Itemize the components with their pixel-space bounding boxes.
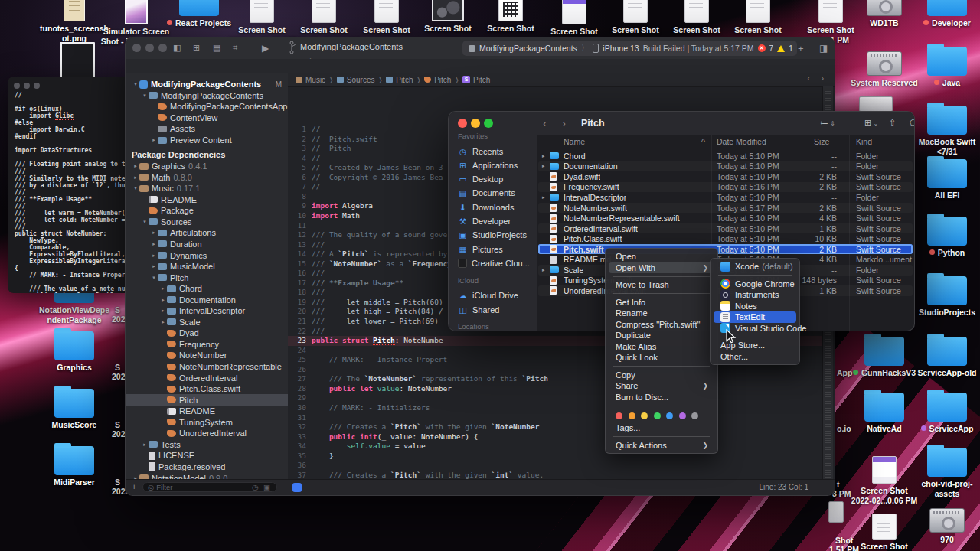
navigator-row[interactable]: LICENSE — [126, 450, 288, 461]
menu-item-xcode[interactable]: Xcode(default) — [710, 261, 799, 272]
navigator-row[interactable]: ▸Articulations — [126, 227, 288, 239]
navigator-row[interactable]: ContentView — [126, 112, 288, 124]
desktop-icon[interactable]: StudioProjects — [905, 276, 980, 318]
navigator-row[interactable]: README — [126, 406, 288, 417]
menu-item-movetotrash[interactable]: Move to Trash — [606, 279, 717, 291]
navigator-row[interactable]: ▸Tests — [126, 439, 288, 451]
menu-item-compresspitchswift[interactable]: Compress "Pitch.swift" — [606, 319, 717, 331]
navigator-row[interactable]: Assets — [126, 123, 288, 135]
warning-count[interactable]: 1 — [789, 44, 793, 53]
menu-item-quickactions[interactable]: Quick Actions❯ — [606, 440, 717, 452]
toolbar-icon[interactable]: ⊞ ⌄ — [864, 118, 878, 128]
jump-bar-item[interactable]: Music — [305, 76, 325, 84]
finder-row[interactable]: OrderedInterval.swiftToday at 5:10 PM1 K… — [538, 223, 913, 234]
navigator-row[interactable]: ▸Chord — [126, 283, 288, 295]
navigator-row[interactable]: ▸IntervalDescriptor — [126, 305, 288, 317]
desktop-icon[interactable]: Java — [905, 47, 980, 88]
column-size[interactable]: Size — [814, 137, 829, 146]
disclosure-icon[interactable]: ▸ — [542, 153, 545, 159]
finder-row[interactable]: Pitch.swiftToday at 5:10 PM2 KBSwift Sou… — [538, 244, 913, 255]
navigator-row[interactable]: ▾Music0.17.1 — [126, 183, 288, 194]
toolbar-icon[interactable]: ⬠ — [910, 118, 915, 128]
disclosure-icon[interactable]: ▸ — [150, 137, 158, 143]
menu-item-other[interactable]: Other... — [710, 351, 799, 363]
disclosure-icon[interactable]: ▸ — [150, 241, 158, 247]
desktop-icon[interactable]: 970 — [905, 508, 980, 545]
editor-layout-icon[interactable]: ◨ — [819, 43, 828, 54]
desktop-icon[interactable]: MacBook Swift<7/31 — [905, 106, 980, 156]
minimize-icon[interactable] — [145, 44, 154, 52]
jump-bar[interactable]: Music❭Sources❭Pitch❭Pitch❭SPitch — [288, 73, 835, 87]
filter-field[interactable]: ◎ Filter ◷ ▣ — [142, 482, 277, 492]
menu-item-openwith[interactable]: Open With❯ — [609, 262, 714, 274]
tag-color-dot[interactable] — [629, 412, 635, 419]
navigator-row[interactable]: README — [126, 194, 288, 206]
navigator-row[interactable]: ▸Math0.8.0 — [126, 171, 288, 183]
desktop-icon[interactable]: choi-vid-proj-assets — [905, 448, 980, 498]
navigator-row[interactable]: ▸Scale — [126, 317, 288, 328]
navigator-row[interactable]: Frequency — [126, 339, 288, 350]
menu-item-open[interactable]: Open — [606, 251, 717, 262]
navigator-row[interactable]: Dyad — [126, 328, 288, 339]
navigator-row[interactable]: ▾ModifyingPackageContentsM — [126, 79, 288, 90]
disclosure-icon[interactable]: ▸ — [150, 230, 158, 236]
disclosure-icon[interactable]: ▸ — [159, 285, 167, 292]
disclosure-icon[interactable]: ▸ — [159, 308, 167, 314]
sidebar-item-applications[interactable]: ⊞Applications — [449, 158, 537, 171]
desktop-icon[interactable]: ServiceApp-old — [905, 337, 980, 378]
desktop-icon[interactable]: Screen Shot — [716, 0, 800, 35]
toolbar-icon[interactable]: ⇧ — [889, 118, 896, 128]
disclosure-icon[interactable]: ▸ — [542, 163, 545, 169]
finder-row[interactable]: Frequency.swiftToday at 5:16 PM2 KBSwift… — [538, 182, 913, 193]
finder-row[interactable]: ▸IntervalDescriptorToday at 5:10 PM--Fol… — [538, 192, 913, 203]
menu-item-share[interactable]: Share❯ — [606, 380, 717, 392]
menu-item-textedit[interactable]: TextEdit — [714, 311, 796, 323]
menu-item-notes[interactable]: Notes — [710, 301, 799, 312]
toolbar-icon[interactable]: ⊞ — [193, 43, 200, 53]
close-icon[interactable] — [458, 119, 467, 128]
toolbar-icon[interactable]: ⌗ — [233, 43, 237, 53]
column-kind[interactable]: Kind — [856, 137, 872, 146]
navigator-row[interactable]: NoteNumberRepresentable — [126, 361, 288, 373]
sidebar-item-shared[interactable]: ◫Shared — [449, 303, 537, 316]
sidebar-item-desktop[interactable]: ▭Desktop — [449, 173, 537, 186]
menu-item-tags[interactable]: Tags... — [606, 422, 717, 434]
tag-color-dot[interactable] — [654, 412, 661, 419]
desktop-icon[interactable]: MidiParser — [32, 446, 116, 487]
navigator-row[interactable]: ▾Sources — [126, 217, 288, 228]
sidebar-item-recents[interactable]: ◷Recents — [449, 145, 537, 158]
error-badge-icon[interactable]: ✕ — [758, 44, 766, 52]
tag-color-dot[interactable] — [616, 412, 622, 419]
desktop-icon[interactable]: Python — [905, 217, 980, 258]
menu-item-burntodisc[interactable]: Burn to Disc... — [606, 392, 717, 403]
add-file-button[interactable]: + — [132, 482, 136, 491]
desktop-icon[interactable]: ServiceApp — [905, 393, 980, 434]
tag-color-row[interactable] — [606, 409, 717, 422]
build-status[interactable]: Build Failed | Today at 5:17 PM — [643, 44, 754, 53]
finder-row[interactable]: NoteNumberRepresentable.swiftToday at 5:… — [538, 213, 913, 223]
disclosure-icon[interactable]: ▸ — [141, 442, 149, 448]
navigator-row[interactable]: ModifyingPackageContentsApp — [126, 101, 288, 112]
toolbar-icon[interactable]: ◧ — [173, 43, 181, 53]
finder-row[interactable]: Pitch.Class.swiftToday at 5:10 PM10 KBSw… — [538, 233, 913, 244]
minimize-icon[interactable] — [471, 119, 480, 128]
desktop-icon[interactable]: Graphics — [32, 331, 116, 373]
error-count[interactable]: 7 — [769, 44, 774, 53]
disclosure-icon[interactable]: ▸ — [132, 174, 139, 181]
warning-badge-icon[interactable] — [777, 45, 785, 52]
navigator-row[interactable]: ▸Graphics0.4.1 — [126, 161, 288, 172]
desktop-icon[interactable]: All EFI — [905, 159, 980, 201]
navigator-row[interactable]: ▸Dynamics — [126, 249, 288, 261]
finder-row[interactable]: NoteNumber.swiftToday at 5:17 PM2 KBSwif… — [538, 203, 913, 214]
menu-item-getinfo[interactable]: Get Info — [606, 297, 717, 308]
sidebar-item-pictures[interactable]: ▦Pictures — [449, 243, 537, 256]
back-button[interactable]: ‹ — [543, 116, 547, 129]
toolbar-icon[interactable]: ≔ ⇕ — [820, 118, 835, 128]
disclosure-icon[interactable]: ▸ — [132, 163, 139, 169]
tag-color-dot[interactable] — [691, 412, 698, 419]
navigator-row[interactable]: Package.resolved — [126, 461, 288, 473]
run-destination[interactable]: iPhone 13 — [603, 44, 639, 53]
menu-item-rename[interactable]: Rename — [606, 308, 717, 319]
disclosure-icon[interactable]: ▸ — [150, 253, 158, 259]
navigator-row[interactable]: Pitch.Class.swift — [126, 383, 288, 395]
